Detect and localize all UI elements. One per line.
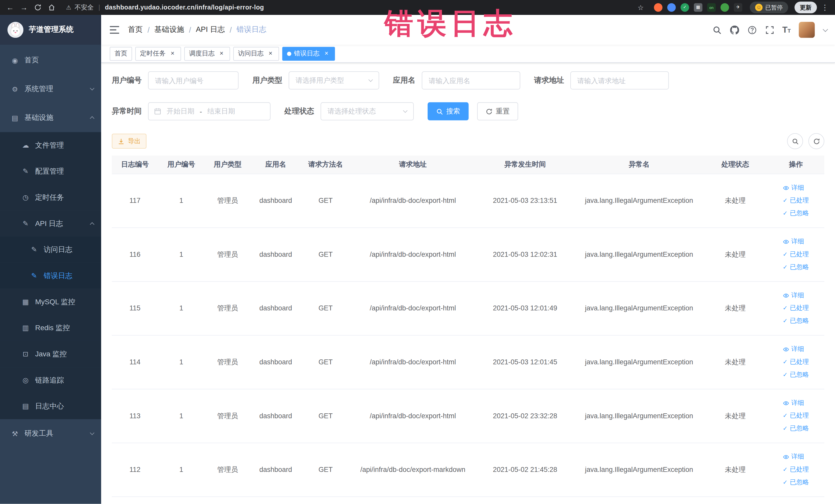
start-date-placeholder: 开始日期 — [167, 106, 194, 116]
mark-processed-link[interactable]: ✓已处理 — [782, 304, 809, 313]
app-logo[interactable]: 芋道管理系统 — [0, 15, 101, 45]
process-status-select[interactable]: 请选择处理状态 — [321, 102, 414, 120]
user-type-cell: 管理员 — [205, 281, 251, 335]
request-url-input[interactable] — [570, 72, 669, 89]
exception-cell: java.lang.IllegalArgumentException — [575, 443, 703, 497]
tab-item-0[interactable]: 首页 — [109, 47, 132, 61]
mark-processed-link[interactable]: ✓已处理 — [782, 357, 809, 366]
detail-link[interactable]: 详细 — [782, 237, 804, 246]
breadcrumb-item[interactable]: 基础设施 — [154, 25, 184, 35]
reset-button[interactable]: 重置 — [477, 102, 518, 120]
exception-time-range[interactable]: 开始日期 - 结束日期 — [148, 102, 270, 120]
mark-ignored-link[interactable]: ✓已忽略 — [782, 370, 809, 379]
hammer-icon: ⚒ — [11, 429, 19, 438]
document-icon: ✎ — [21, 220, 30, 227]
sidebar-item-java-monitor[interactable]: ⊡Java 监控 — [0, 341, 101, 367]
close-icon[interactable]: × — [323, 50, 330, 57]
search-icon[interactable] — [712, 25, 721, 35]
tab-item-1[interactable]: 定时任务× — [135, 47, 181, 61]
search-button-label: 搜索 — [446, 106, 460, 116]
sidebar-item-mysql-monitor[interactable]: ▦MySQL 监控 — [0, 288, 101, 315]
log-id-cell: 112 — [112, 443, 158, 497]
user-avatar[interactable] — [799, 22, 815, 38]
mark-ignored-link[interactable]: ✓已忽略 — [782, 424, 809, 433]
close-icon[interactable]: × — [267, 50, 274, 57]
extension-on-badge-icon[interactable]: on — [707, 3, 716, 12]
sidebar-item-redis-monitor[interactable]: ▥Redis 监控 — [0, 315, 101, 341]
close-icon[interactable]: × — [218, 50, 225, 57]
tab-label: 错误日志 — [294, 49, 320, 58]
sidebar-item-home[interactable]: ◉首页 — [0, 46, 101, 75]
font-size-icon[interactable]: TT — [782, 25, 791, 35]
extension-blue-drop-icon[interactable] — [667, 3, 676, 12]
monitor-icon: ▤ — [11, 114, 19, 122]
mark-ignored-link[interactable]: ✓已忽略 — [782, 263, 809, 271]
detail-link[interactable]: 详细 — [782, 183, 804, 192]
detail-link[interactable]: 详细 — [782, 291, 804, 300]
filter-row-2: 异常时间 开始日期 - 结束日期 处理状态 请选 — [112, 102, 824, 120]
extension-plane-icon[interactable]: ✈ — [734, 3, 742, 12]
reload-button[interactable] — [32, 2, 44, 13]
search-button[interactable]: 搜索 — [428, 102, 469, 120]
user-id-input[interactable] — [148, 72, 239, 89]
profile-paused-badge[interactable]: ☺ 已暂停 — [750, 2, 788, 13]
address-separator: | — [99, 4, 100, 11]
extension-leaf-icon[interactable] — [720, 3, 729, 12]
eye-icon — [782, 238, 789, 245]
sidebar-item-access-log[interactable]: ✎访问日志 — [0, 237, 101, 263]
sidebar-item-label: Java 监控 — [35, 349, 94, 359]
tab-item-3[interactable]: 访问日志× — [233, 47, 279, 61]
sidebar-item-trace[interactable]: ◎链路追踪 — [0, 367, 101, 393]
mark-ignored-link[interactable]: ✓已忽略 — [782, 478, 809, 487]
help-icon[interactable] — [747, 25, 757, 35]
sidebar-item-system[interactable]: ⚙系统管理 — [0, 75, 101, 103]
mark-processed-link[interactable]: ✓已处理 — [782, 465, 809, 474]
sidebar-item-error-log[interactable]: ✎错误日志 — [0, 263, 101, 289]
chevron-down-icon[interactable] — [823, 26, 828, 32]
mark-processed-link[interactable]: ✓已处理 — [782, 196, 809, 205]
browser-menu-icon[interactable]: ⋮ — [819, 2, 831, 13]
extension-green-check-icon[interactable]: ✓ — [680, 3, 689, 12]
sidebar-item-scheduled-job[interactable]: ◷定时任务 — [0, 184, 101, 210]
method-cell: GET — [301, 335, 350, 389]
extension-orange-icon[interactable] — [654, 3, 663, 12]
column-header: 操作 — [767, 156, 824, 174]
detail-link[interactable]: 详细 — [782, 452, 804, 461]
breadcrumb-item[interactable]: 首页 — [128, 25, 143, 35]
back-button[interactable]: ← — [4, 2, 16, 13]
detail-link[interactable]: 详细 — [782, 399, 804, 407]
bookmark-star-icon[interactable]: ☆ — [635, 2, 647, 13]
github-icon[interactable] — [730, 25, 739, 35]
table-row: 1131管理员dashboardGET/api/infra/db-doc/exp… — [112, 389, 824, 443]
tab-item-2[interactable]: 调度日志× — [184, 47, 230, 61]
detail-link[interactable]: 详细 — [782, 345, 804, 354]
breadcrumb-item[interactable]: API 日志 — [196, 25, 225, 35]
mark-processed-link[interactable]: ✓已处理 — [782, 411, 809, 420]
sidebar-item-config-manage[interactable]: ✎配置管理 — [0, 158, 101, 184]
sidebar-item-log-center[interactable]: ▤日志中心 — [0, 393, 101, 419]
breadcrumb-separator: / — [148, 26, 150, 34]
mark-ignored-link[interactable]: ✓已忽略 — [782, 209, 809, 218]
toggle-search-button[interactable] — [787, 133, 803, 149]
tab-item-4[interactable]: 错误日志× — [282, 47, 335, 61]
sidebar-item-dev-tools[interactable]: ⚒研发工具 — [0, 419, 101, 448]
fullscreen-icon[interactable] — [765, 25, 774, 35]
extension-apps-grid-icon[interactable]: ▦ — [694, 3, 702, 12]
sidebar-toggle-icon[interactable] — [109, 26, 119, 34]
app-name-input[interactable] — [422, 72, 520, 89]
export-button[interactable]: 导出 — [112, 134, 147, 149]
sidebar-item-api-log[interactable]: ✎API 日志 — [0, 210, 101, 237]
sidebar-item-infra[interactable]: ▤基础设施 — [0, 103, 101, 132]
user-type-select[interactable]: 请选择用户类型 — [288, 72, 379, 89]
sidebar-item-file-manage[interactable]: ☁文件管理 — [0, 132, 101, 158]
address-bar[interactable]: ⚠ 不安全 | dashboard.yudao.iocoder.cn/infra… — [60, 3, 632, 12]
update-button[interactable]: 更新 — [794, 2, 817, 13]
forward-button[interactable]: → — [18, 2, 30, 13]
range-separator: - — [200, 107, 202, 115]
refresh-button[interactable] — [808, 133, 824, 149]
close-icon[interactable]: × — [169, 50, 176, 57]
column-header: 请求方法名 — [301, 156, 350, 174]
mark-ignored-link[interactable]: ✓已忽略 — [782, 316, 809, 325]
mark-processed-link[interactable]: ✓已处理 — [782, 250, 809, 259]
home-button[interactable] — [46, 2, 58, 13]
